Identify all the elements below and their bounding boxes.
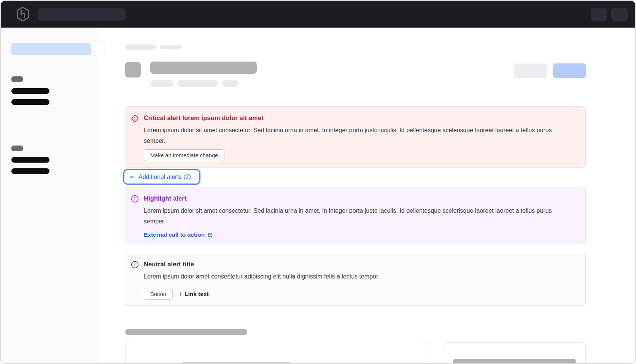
external-link-label: External call to action	[144, 231, 205, 238]
page-meta-skeleton	[150, 80, 173, 87]
plus-icon: +	[178, 290, 182, 298]
sidebar-item-skeleton[interactable]	[11, 157, 49, 163]
additional-alerts-toggle[interactable]: Additional alerts (2)	[123, 169, 200, 185]
neutral-alert-title: Neutral alert title	[144, 261, 194, 268]
secondary-action-button-skeleton[interactable]	[514, 63, 547, 78]
neutral-alert-link[interactable]: + Link text	[178, 290, 209, 298]
page-meta-skeleton	[222, 80, 238, 87]
external-link-icon	[207, 232, 213, 238]
sidebar-group-label-skeleton	[11, 76, 23, 82]
sidebar-item-skeleton[interactable]	[11, 99, 49, 105]
critical-alert-title: Critical alert lorem ipsum dolor sit ame…	[144, 114, 264, 122]
highlight-alert-title: Highlight alert	[144, 195, 186, 202]
critical-alert-body: Lorem ipsum dolor sit amet consectetur. …	[144, 125, 572, 146]
page-avatar-skeleton	[125, 62, 141, 78]
neutral-link-label: Link text	[184, 291, 209, 298]
highlight-alert: Highlight alert Lorem ipsum dolor sit am…	[125, 187, 586, 244]
primary-action-button-skeleton[interactable]	[553, 63, 586, 78]
hashicorp-logo-icon[interactable]	[16, 6, 30, 22]
neutral-alert-button[interactable]: Button	[144, 288, 173, 300]
global-search-input[interactable]	[38, 8, 126, 21]
content-card	[125, 342, 426, 364]
sidebar-collapse-toggle[interactable]	[97, 41, 105, 57]
sidebar-item-skeleton[interactable]	[11, 88, 49, 94]
sidebar	[1, 28, 97, 364]
alert-diamond-icon	[131, 114, 139, 122]
info-circle-icon	[131, 261, 139, 269]
card-content-skeleton	[453, 359, 576, 364]
navbar-help-button[interactable]	[591, 8, 607, 21]
breadcrumb-skeleton	[125, 44, 156, 50]
info-circle-icon	[131, 195, 139, 203]
page-title-skeleton	[150, 62, 257, 74]
card-content-skeleton	[180, 362, 293, 364]
make-immediate-change-button[interactable]: Make an immediate change	[144, 149, 224, 161]
external-call-to-action-link[interactable]: External call to action	[144, 231, 213, 238]
neutral-alert-body: Lorem ipsum dolor amet consectetur adipi…	[144, 271, 572, 282]
top-navbar	[1, 1, 635, 28]
neutral-alert: Neutral alert title Lorem ipsum dolor am…	[125, 253, 586, 306]
navbar-user-menu-button[interactable]	[611, 8, 628, 21]
chevron-up-icon	[129, 174, 135, 180]
sidebar-group-label-skeleton	[11, 146, 23, 151]
highlight-alert-body: Lorem ipsum dolor sit amet consectetur. …	[144, 206, 572, 227]
additional-alerts-label: Additional alerts (2)	[138, 174, 191, 180]
breadcrumb-skeleton	[160, 45, 182, 49]
section-title-skeleton	[125, 329, 247, 335]
page-meta-skeleton	[178, 80, 218, 87]
sidebar-item-skeleton[interactable]	[11, 168, 49, 174]
critical-alert: Critical alert lorem ipsum dolor sit ame…	[125, 106, 586, 168]
sidebar-active-item-skeleton[interactable]	[11, 43, 91, 55]
app-window: Critical alert lorem ipsum dolor sit ame…	[0, 0, 636, 364]
